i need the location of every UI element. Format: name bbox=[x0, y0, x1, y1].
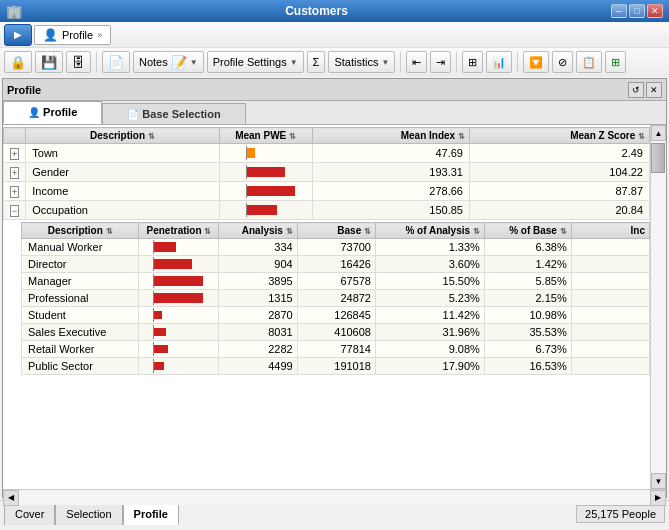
red-bar-1 bbox=[154, 259, 192, 269]
chart-button[interactable]: 📊 bbox=[486, 51, 512, 73]
indent-left-button[interactable]: ⇤ bbox=[406, 51, 427, 73]
play-button[interactable]: ▶ bbox=[4, 24, 32, 46]
tab-base-selection[interactable]: 📄 Base Selection bbox=[102, 103, 245, 124]
panel-header: Profile ↺ ✕ bbox=[3, 79, 666, 101]
doc-icon: 📄 bbox=[108, 55, 124, 70]
pct-base-1: 1.42% bbox=[484, 256, 571, 273]
grid-button[interactable]: ⊞ bbox=[462, 51, 483, 73]
desc-header[interactable]: Description ⇅ bbox=[26, 128, 219, 144]
excel-button[interactable]: ⊞ bbox=[605, 51, 626, 73]
detail-desc-header[interactable]: Description ⇅ bbox=[22, 223, 139, 239]
bar-container-5 bbox=[143, 325, 203, 339]
export-button[interactable]: 📋 bbox=[576, 51, 602, 73]
table-area: Description ⇅ Mean PWE ⇅ Mean Index ⇅ Me… bbox=[3, 125, 650, 489]
base-7: 191018 bbox=[297, 358, 375, 375]
inc-header[interactable]: Inc bbox=[571, 223, 649, 239]
mean-z-town: 2.49 bbox=[469, 144, 649, 163]
save-button[interactable]: 💾 bbox=[35, 51, 63, 73]
profile-tab-pill[interactable]: 👤 Profile » bbox=[34, 25, 111, 45]
pct-base-7: 16.53% bbox=[484, 358, 571, 375]
minus-icon[interactable]: − bbox=[10, 205, 19, 217]
tab-profile[interactable]: 👤 Profile bbox=[3, 101, 102, 124]
analysis-0: 334 bbox=[219, 239, 297, 256]
red-bar-2 bbox=[154, 276, 203, 286]
pct-analysis-5: 31.96% bbox=[375, 324, 484, 341]
bar-container-6 bbox=[143, 342, 203, 356]
status-tab-cover[interactable]: Cover bbox=[4, 503, 55, 525]
people-count: 25,175 People bbox=[576, 505, 665, 523]
pct-analysis-4: 11.42% bbox=[375, 307, 484, 324]
desc-gender: Gender bbox=[26, 163, 219, 182]
indent-right-button[interactable]: ⇥ bbox=[430, 51, 451, 73]
minimize-button[interactable]: ─ bbox=[611, 4, 627, 18]
expand-header bbox=[4, 128, 26, 144]
mean-z-header[interactable]: Mean Z Score ⇅ bbox=[469, 128, 649, 144]
maximize-button[interactable]: □ bbox=[629, 4, 645, 18]
scroll-right-button[interactable]: ▶ bbox=[650, 490, 666, 506]
db-icon: 🗄 bbox=[72, 55, 85, 70]
base-1: 16426 bbox=[297, 256, 375, 273]
plus-icon[interactable]: + bbox=[10, 186, 19, 198]
plus-icon[interactable]: + bbox=[10, 148, 19, 160]
table-row: Student 2870 126845 11.42% 10.98% bbox=[22, 307, 650, 324]
lock-button[interactable]: 🔒 bbox=[4, 51, 32, 73]
main-panel: Profile ↺ ✕ 👤 Profile 📄 Base Selection D… bbox=[2, 78, 667, 498]
penetration-bar-6 bbox=[139, 341, 219, 358]
table-row: Manual Worker 334 73700 1.33% 6.38% bbox=[22, 239, 650, 256]
filter2-button[interactable]: ⊘ bbox=[552, 51, 573, 73]
title-bar-left: 🏢 bbox=[6, 4, 22, 19]
close-button[interactable]: ✕ bbox=[647, 4, 663, 18]
panel-close-button[interactable]: ✕ bbox=[646, 82, 662, 98]
panel-title: Profile bbox=[7, 84, 41, 96]
expand-income[interactable]: + bbox=[4, 182, 26, 201]
bar-container-0 bbox=[143, 240, 203, 254]
mean-pwe-header[interactable]: Mean PWE ⇅ bbox=[219, 128, 312, 144]
analysis-4: 2870 bbox=[219, 307, 297, 324]
vertical-scrollbar[interactable]: ▲ ▼ bbox=[650, 125, 666, 489]
expand-occupation[interactable]: − bbox=[4, 201, 26, 220]
plus-icon[interactable]: + bbox=[10, 167, 19, 179]
bar-occupation bbox=[219, 201, 312, 220]
sigma-button[interactable]: Σ bbox=[307, 51, 326, 73]
separator1 bbox=[96, 52, 97, 72]
lock-icon: 🔒 bbox=[10, 55, 26, 70]
horizontal-scrollbar[interactable]: ◀ ▶ bbox=[3, 489, 666, 505]
scroll-down-button[interactable]: ▼ bbox=[651, 473, 666, 489]
mean-index-header[interactable]: Mean Index ⇅ bbox=[312, 128, 469, 144]
expand-town[interactable]: + bbox=[4, 144, 26, 163]
panel-header-controls: ↺ ✕ bbox=[628, 82, 662, 98]
pct-analysis-header[interactable]: % of Analysis ⇅ bbox=[375, 223, 484, 239]
notes-icon: 📝 bbox=[171, 55, 187, 70]
notes-button[interactable]: Notes 📝 ▼ bbox=[133, 51, 204, 73]
expand-gender[interactable]: + bbox=[4, 163, 26, 182]
status-tab-selection[interactable]: Selection bbox=[55, 503, 122, 525]
pct-base-3: 2.15% bbox=[484, 290, 571, 307]
scroll-thumb[interactable] bbox=[651, 143, 665, 173]
filter-button[interactable]: 🔽 bbox=[523, 51, 549, 73]
red-bar-4 bbox=[154, 311, 162, 319]
tab-profile-icon: 👤 bbox=[28, 107, 40, 118]
bar-income bbox=[219, 182, 312, 201]
penetration-header[interactable]: Penetration ⇅ bbox=[139, 223, 219, 239]
scroll-up-button[interactable]: ▲ bbox=[651, 125, 666, 141]
analysis-2: 3895 bbox=[219, 273, 297, 290]
scroll-left-button[interactable]: ◀ bbox=[3, 490, 19, 506]
inc-7 bbox=[571, 358, 649, 375]
window-title: Customers bbox=[22, 4, 611, 18]
panel-refresh-button[interactable]: ↺ bbox=[628, 82, 644, 98]
analysis-header[interactable]: Analysis ⇅ bbox=[219, 223, 297, 239]
doc-button[interactable]: 📄 bbox=[102, 51, 130, 73]
pct-base-header[interactable]: % of Base ⇅ bbox=[484, 223, 571, 239]
db-button[interactable]: 🗄 bbox=[66, 51, 91, 73]
statistics-label: Statistics bbox=[334, 56, 378, 68]
profile-settings-button[interactable]: Profile Settings ▼ bbox=[207, 51, 304, 73]
sort-icon-detail-desc: ⇅ bbox=[106, 227, 113, 236]
detail-desc-5: Sales Executive bbox=[22, 324, 139, 341]
status-tab-profile[interactable]: Profile bbox=[123, 503, 179, 525]
red-bar-5 bbox=[154, 328, 166, 336]
toolbar-row2: 🔒 💾 🗄 📄 Notes 📝 ▼ Profile Settings ▼ Σ S… bbox=[0, 48, 669, 76]
base-header[interactable]: Base ⇅ bbox=[297, 223, 375, 239]
base-2: 67578 bbox=[297, 273, 375, 290]
statistics-button[interactable]: Statistics ▼ bbox=[328, 51, 395, 73]
pct-analysis-7: 17.90% bbox=[375, 358, 484, 375]
